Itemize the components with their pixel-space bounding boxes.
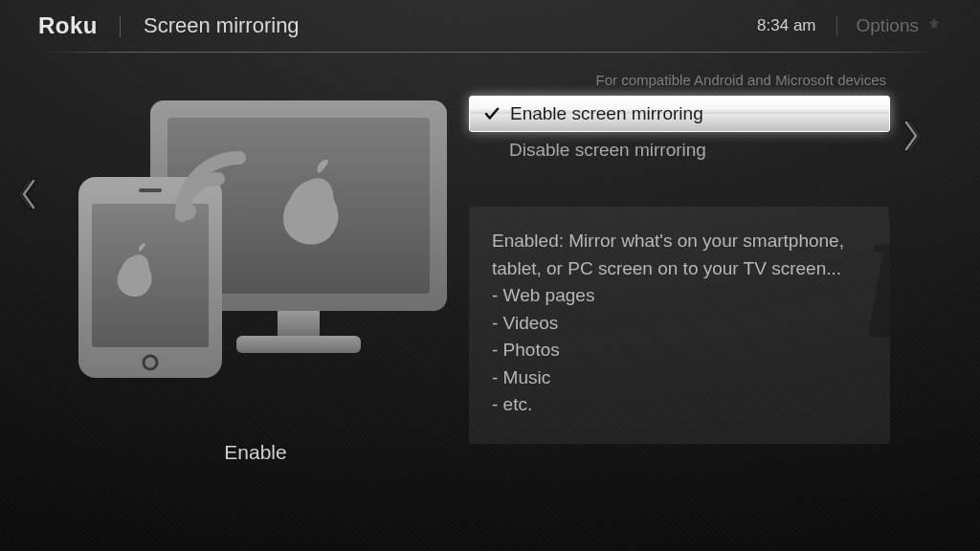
clock: 8:34 am xyxy=(757,16,836,35)
svg-rect-7 xyxy=(139,188,162,192)
roku-logo: Roku xyxy=(38,12,121,39)
main-content: Enable For compatible Android and Micros… xyxy=(0,53,980,551)
info-intro: Enabled: Mirror what's on your smartphon… xyxy=(492,228,867,282)
svg-point-8 xyxy=(179,203,196,220)
action-label: Enable xyxy=(224,441,286,464)
screen-mirroring-illustration xyxy=(50,72,461,387)
page-title: Screen mirroring xyxy=(121,13,757,38)
info-item: - Music xyxy=(492,364,867,392)
illustration-panel: Enable xyxy=(50,72,461,464)
info-box: i Enabled: Mirror what's on your smartph… xyxy=(469,207,890,444)
info-item: - Videos xyxy=(492,310,867,338)
options-button[interactable]: Options xyxy=(837,15,942,36)
svg-rect-2 xyxy=(278,311,320,338)
info-item: - Web pages xyxy=(492,282,867,310)
info-item: - etc. xyxy=(492,391,867,419)
option-disable-mirroring[interactable]: Disable screen mirroring xyxy=(469,132,890,168)
option-label: Enable screen mirroring xyxy=(510,103,703,124)
chevron-left-icon xyxy=(20,178,37,214)
options-star-icon xyxy=(926,15,942,36)
option-label: Disable screen mirroring xyxy=(509,140,706,161)
option-enable-mirroring[interactable]: Enable screen mirroring xyxy=(469,96,890,132)
compatibility-subtitle: For compatible Android and Microsoft dev… xyxy=(469,72,890,88)
header-bar: Roku Screen mirroring 8:34 am Options xyxy=(0,0,980,52)
nav-left-button[interactable] xyxy=(15,72,42,263)
chevron-right-icon xyxy=(902,120,920,156)
options-label: Options xyxy=(857,15,919,36)
info-item: - Photos xyxy=(492,337,867,364)
options-panel: For compatible Android and Microsoft dev… xyxy=(469,72,890,444)
nav-right-button[interactable] xyxy=(898,72,924,167)
checkmark-icon xyxy=(483,105,501,122)
svg-rect-3 xyxy=(236,336,361,353)
